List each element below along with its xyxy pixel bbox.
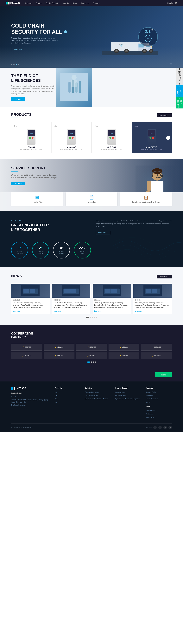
news-learn-more-button[interactable]: Learn more → xyxy=(156,275,172,278)
partner-grid: ⚡ MESASS ⚡ MESASS ⚡ MESASS ⚡ MESASS ⚡ ME… xyxy=(11,344,172,359)
footer-link-industry-news[interactable]: Industry News xyxy=(146,410,154,412)
footer-link-encyclp[interactable]: Operation and Maintenance Encyclopedia xyxy=(115,398,141,400)
support-card-document[interactable]: 📄 Document Centre xyxy=(66,192,117,206)
footer-link-museum[interactable]: Operation and Maintenance Museum xyxy=(85,398,108,400)
logo[interactable]: MESASS xyxy=(6,2,20,4)
news-dot-1[interactable] xyxy=(86,316,89,318)
partner-logo-3[interactable]: ⚡ MESASS xyxy=(76,344,107,350)
nav-lang[interactable]: EN xyxy=(175,2,178,4)
news-dot-4[interactable] xyxy=(94,316,95,318)
footer-link-pharmacy[interactable]: Cold chain pharmacy xyxy=(85,395,98,396)
arrow-right-icon: → xyxy=(168,114,169,116)
partner-logo-9[interactable]: ⚡ MESASS xyxy=(108,352,139,359)
footer-email: Email: post@mesass.com xyxy=(11,404,50,406)
product-card-atag30vhd[interactable]: Atag -90.0 Atag-30VHD Measurement Range:… xyxy=(132,122,172,153)
snowflake-icon: ❄ xyxy=(64,29,67,34)
footer-link-activity[interactable]: Activity Scene xyxy=(146,416,154,418)
nav-products[interactable]: Products xyxy=(26,2,32,4)
footer-link-clog[interactable]: Clog xyxy=(54,398,58,400)
news-dot-2[interactable] xyxy=(90,316,91,318)
service-learn-more-button[interactable]: Learn more xyxy=(11,182,24,185)
news-dot-5[interactable] xyxy=(96,316,97,318)
svg-point-26 xyxy=(151,50,152,51)
stat-num-3: 0+ xyxy=(60,246,63,250)
svg-rect-59 xyxy=(105,289,110,293)
news-link-1[interactable]: Learn more xyxy=(13,310,20,312)
footer-link-slog[interactable]: Slog xyxy=(54,392,58,393)
product-card-atag30vd[interactable]: Atag -25.1 Atag-30VD Measurement Range: … xyxy=(52,122,92,153)
about-grid: ABOUT US CREATING A BETTER LIFE TOGETHER… xyxy=(11,220,172,234)
submit-section: Submit xyxy=(0,370,183,382)
news-link-2[interactable]: Learn more xyxy=(54,310,61,312)
svg-rect-55 xyxy=(64,289,70,293)
nav-about[interactable]: About Us xyxy=(62,2,68,4)
news-card-2[interactable]: 2023.10.15 The Beauty of Manufacturing -… xyxy=(52,284,90,314)
footer-link-company[interactable]: Company Profile xyxy=(146,392,156,393)
news-link-4[interactable]: Learn more xyxy=(135,310,142,312)
nav-news[interactable]: News xyxy=(72,2,77,4)
social-facebook[interactable]: f xyxy=(154,426,157,429)
hero-dot-1[interactable] xyxy=(11,64,12,65)
partner-dot-2[interactable] xyxy=(91,362,92,362)
footer-link-history[interactable]: Our History xyxy=(146,395,153,396)
news-card-1[interactable]: 2023.10.15 The Beauty of Manufacturing -… xyxy=(11,284,50,314)
footer-link-factory[interactable]: Factory Certification xyxy=(146,398,158,400)
partner-dot-4[interactable] xyxy=(95,362,96,362)
hero-dot-3[interactable] xyxy=(16,64,17,65)
submit-button[interactable]: Submit xyxy=(155,372,172,377)
nav-signin[interactable]: Sign In xyxy=(167,2,172,4)
news-card-4[interactable]: 2023.10.14 The Beauty of Manufacturing -… xyxy=(134,284,172,314)
product-card-clog90[interactable]: Clog -90.0 CLOG-90 Measurement Range: -9… xyxy=(92,122,132,153)
hero-dot-4[interactable] xyxy=(18,64,19,65)
partner-logo-4[interactable]: ⚡ MESASS xyxy=(108,344,139,350)
about-label: ABOUT US xyxy=(11,220,87,221)
hero-learn-more-button[interactable]: Learn more xyxy=(11,47,25,51)
social-twitter[interactable]: t xyxy=(158,426,162,429)
partner-dot-1[interactable] xyxy=(87,362,90,362)
partner-logo-10[interactable]: ⚡ MESASS xyxy=(141,352,172,359)
nav-solution[interactable]: Solution xyxy=(36,2,42,4)
footer-follow: Follow us f t in ▶ xyxy=(146,426,172,429)
footer-link-atag[interactable]: Atag xyxy=(54,395,58,396)
life-sciences-learn-more[interactable]: Learn more xyxy=(11,98,24,101)
vtab-02[interactable]: 02 MEDICAL AND PHARMACEUTICAL FIELD xyxy=(176,68,183,85)
service-desc: We are fully committed to long term cust… xyxy=(11,174,59,179)
about-learn-more-button[interactable]: Learn more → xyxy=(96,231,111,235)
partner-logo-5[interactable]: ⚡ MESASS xyxy=(141,344,172,350)
news-dot-3[interactable] xyxy=(92,316,93,318)
footer-link-blog[interactable]: Blog xyxy=(54,402,58,403)
nav-shopping[interactable]: Shopping xyxy=(93,2,100,4)
nav-service-support[interactable]: Service Support xyxy=(46,2,58,4)
partner-logo-7[interactable]: ⚡ MESASS xyxy=(44,352,74,359)
carousel-next-arrow[interactable]: › xyxy=(166,136,170,140)
nav-contact[interactable]: Contact Us xyxy=(80,2,89,4)
life-sciences-image xyxy=(56,68,92,107)
support-card-video[interactable]: ▦ Operation Video xyxy=(11,192,63,206)
partner-logo-8[interactable]: ⚡ MESASS xyxy=(76,352,107,359)
news-body-3: 2023.10.14 The Beauty of Manufacturing -… xyxy=(92,298,131,314)
vtab-03[interactable]: 03 FRESH AND FROZEN PRODUCTS xyxy=(176,85,183,97)
partner-logo-1[interactable]: ⚡ MESASS xyxy=(11,344,42,350)
products-title: PRODUCTS xyxy=(11,112,32,118)
partner-dot-3[interactable] xyxy=(93,362,94,362)
hero-dot-2[interactable] xyxy=(14,64,14,65)
footer-link-joinus[interactable]: Join Us xyxy=(146,402,150,403)
support-video-label: Operation Video xyxy=(14,201,60,203)
partner-logo-6[interactable]: ⚡ MESASS xyxy=(11,352,42,359)
news-card-3[interactable]: 2023.10.14 The Beauty of Manufacturing -… xyxy=(92,284,131,314)
social-youtube[interactable]: ▶ xyxy=(168,426,172,429)
footer-link-fresh[interactable]: Fresh food distribution xyxy=(85,392,99,393)
social-linkedin[interactable]: in xyxy=(164,426,167,429)
support-card-encyclopedia[interactable]: 📋 Operation and Maintenance Encyclopedia xyxy=(120,192,172,206)
news-link-3[interactable]: Learn more xyxy=(94,310,102,312)
vtab-04[interactable]: 04 COLD CHAIN LOGISTICS FIELD xyxy=(176,97,183,108)
news-date-2: 2023.10.15 xyxy=(54,299,89,301)
footer-link-opvid[interactable]: Operation Video xyxy=(115,392,125,393)
product-card-slog30[interactable]: Slog -30.5 Slog-30 Measurement Range: -3… xyxy=(11,122,52,153)
partner-logo-2[interactable]: ⚡ MESASS xyxy=(44,344,74,350)
footer-link-media[interactable]: Media News xyxy=(146,413,154,415)
products-learn-more-button[interactable]: Learn more → xyxy=(156,113,172,117)
life-sciences-section: THE FIELD OF LIFE SCIENCES There are dif… xyxy=(0,68,183,107)
product-device-3: -90.0 xyxy=(94,128,129,146)
footer-link-doccentre[interactable]: Document Centre xyxy=(115,395,126,396)
